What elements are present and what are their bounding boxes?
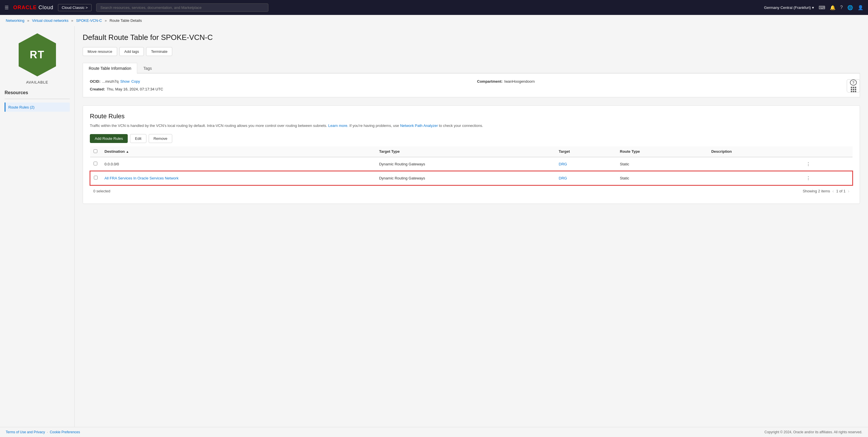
created-value: Thu, May 16, 2024, 07:17:34 UTC — [107, 87, 163, 91]
route-rules-description: Traffic within the VCN is handled by the… — [90, 123, 853, 129]
breadcrumb-vcn[interactable]: Virtual cloud networks — [32, 19, 69, 23]
row2-destination: All FRA Services In Oracle Services Netw… — [101, 171, 376, 185]
footer-left: Terms of Use and Privacy · Cookie Prefer… — [6, 430, 80, 434]
resources-section: Resources Route Rules (2) — [5, 90, 70, 112]
selected-count: 0 selected — [93, 189, 110, 193]
navbar-right: Germany Central (Frankfurt) ▾ ⌨ 🔔 ? 🌐 👤 — [764, 5, 863, 10]
resources-title: Resources — [5, 90, 70, 95]
row1-checkbox[interactable] — [94, 162, 97, 165]
tab-route-info[interactable]: Route Table Information — [83, 63, 137, 73]
row1-actions: ⋮ — [801, 157, 852, 171]
ocid-copy-link[interactable]: Copy — [131, 79, 140, 84]
table-actions: Add Route Rules Edit Remove — [90, 134, 853, 143]
footer-copyright: Copyright © 2024, Oracle and/or its affi… — [764, 430, 862, 434]
route-rules-link[interactable]: Route Rules (2) — [8, 105, 34, 110]
row2-destination-link[interactable]: All FRA Services In Oracle Services Netw… — [104, 176, 179, 180]
page-footer: Terms of Use and Privacy · Cookie Prefer… — [0, 427, 868, 437]
help-widget[interactable]: ? — [847, 79, 860, 92]
cloud-classic-button[interactable]: Cloud Classic > — [58, 4, 92, 11]
row1-ellipsis-button[interactable]: ⋮ — [804, 161, 812, 167]
breadcrumb-sep-1: » — [27, 19, 30, 23]
row1-target: DRG — [555, 157, 617, 171]
page-info: 1 of 1 — [836, 189, 846, 193]
tab-tags[interactable]: Tags — [137, 63, 158, 73]
add-route-rules-button[interactable]: Add Route Rules — [90, 134, 128, 143]
terms-link[interactable]: Terms of Use and Privacy — [6, 430, 45, 434]
row1-target-link[interactable]: DRG — [559, 162, 567, 166]
add-tags-button[interactable]: Add tags — [119, 47, 144, 56]
sidebar-item-route-rules[interactable]: Route Rules (2) — [5, 102, 70, 112]
row2-checkbox-cell — [90, 171, 101, 185]
created-label: Created: — [90, 87, 105, 91]
route-rules-table: Destination ▲ Target Type Target Route T… — [90, 147, 853, 186]
learn-more-link[interactable]: Learn more. — [329, 123, 348, 128]
route-rules-section: Route Rules Traffic within the VCN is ha… — [83, 105, 860, 204]
edit-button[interactable]: Edit — [130, 134, 146, 143]
route-rules-title: Route Rules — [90, 113, 853, 120]
left-panel: RT AVAILABLE Resources Route Rules (2) — [0, 26, 74, 427]
user-icon[interactable]: 👤 — [858, 5, 863, 10]
prev-page-button[interactable]: ‹ — [832, 189, 834, 194]
row2-target-type: Dynamic Routing Gateways — [376, 171, 555, 185]
region-selector[interactable]: Germany Central (Frankfurt) ▾ — [764, 5, 814, 10]
globe-icon[interactable]: 🌐 — [847, 5, 853, 10]
row2-target: DRG — [555, 171, 617, 185]
header-destination: Destination ▲ — [101, 147, 376, 157]
info-grid: OCID: ...mnzh7q Show Copy Compartment: I… — [90, 79, 853, 91]
status-badge: AVAILABLE — [26, 80, 48, 85]
header-target: Target — [555, 147, 617, 157]
header-checkbox-cell — [90, 147, 101, 157]
ocid-value: ...mnzh7q — [102, 79, 119, 84]
page-title: Default Route Table for SPOKE-VCN-C — [83, 33, 860, 42]
row1-route-type: Static — [617, 157, 708, 171]
search-input[interactable] — [96, 3, 268, 12]
breadcrumb-sep-2: » — [71, 19, 74, 23]
action-buttons: Move resource Add tags Terminate — [83, 47, 860, 56]
help-circle-icon: ? — [850, 80, 857, 86]
oracle-logo: ORACLE Cloud — [13, 5, 53, 11]
breadcrumb: Networking » Virtual cloud networks » SP… — [0, 15, 868, 26]
ocid-label: OCID: — [90, 79, 100, 84]
ocid-row: OCID: ...mnzh7q Show Copy — [90, 79, 466, 84]
next-page-button[interactable]: › — [848, 189, 849, 194]
row2-actions: ⋮ — [801, 171, 852, 185]
remove-button[interactable]: Remove — [149, 134, 172, 143]
ocid-show-link[interactable]: Show — [120, 79, 130, 84]
table-header-row: Destination ▲ Target Type Target Route T… — [90, 147, 852, 157]
breadcrumb-sep-3: » — [105, 19, 108, 23]
help-grid-icon — [851, 87, 856, 92]
row1-description — [708, 157, 801, 171]
desc-text-3: to check your connections. — [439, 123, 483, 128]
bell-icon[interactable]: 🔔 — [830, 5, 836, 10]
row2-description — [708, 171, 801, 185]
code-icon[interactable]: ⌨ — [818, 5, 825, 10]
header-target-type: Target Type — [376, 147, 555, 157]
table-row: All FRA Services In Oracle Services Netw… — [90, 171, 852, 185]
breadcrumb-spoke[interactable]: SPOKE-VCN-C — [76, 19, 102, 23]
hamburger-icon[interactable]: ☰ — [5, 5, 9, 10]
showing-label: Showing 2 items — [803, 189, 830, 193]
pagination: Showing 2 items ‹ 1 of 1 › — [803, 189, 849, 194]
compartment-value: IwanHoogendoorn — [504, 79, 535, 84]
row2-target-link[interactable]: DRG — [559, 176, 567, 180]
select-all-checkbox[interactable] — [94, 149, 97, 153]
terminate-button[interactable]: Terminate — [146, 47, 172, 56]
network-path-analyzer-link[interactable]: Network Path Analyzer — [400, 123, 438, 128]
move-resource-button[interactable]: Move resource — [83, 47, 117, 56]
header-actions — [801, 147, 852, 157]
breadcrumb-current: Route Table Details — [110, 19, 142, 23]
row2-ellipsis-button[interactable]: ⋮ — [804, 175, 812, 182]
hexagon: RT — [17, 32, 57, 78]
breadcrumb-networking[interactable]: Networking — [6, 19, 24, 23]
region-label: Germany Central (Frankfurt) — [764, 5, 811, 10]
header-route-type: Route Type — [617, 147, 708, 157]
help-icon[interactable]: ? — [840, 5, 843, 10]
cookies-link[interactable]: Cookie Preferences — [50, 430, 80, 434]
row2-checkbox[interactable] — [94, 176, 98, 180]
info-panel: OCID: ...mnzh7q Show Copy Compartment: I… — [83, 73, 860, 97]
header-description: Description — [708, 147, 801, 157]
brand: ORACLE Cloud — [13, 5, 53, 11]
main-content: Default Route Table for SPOKE-VCN-C Move… — [74, 26, 868, 427]
table-footer: 0 selected Showing 2 items ‹ 1 of 1 › — [90, 186, 853, 197]
table-row: 0.0.0.0/0 Dynamic Routing Gateways DRG S… — [90, 157, 852, 171]
